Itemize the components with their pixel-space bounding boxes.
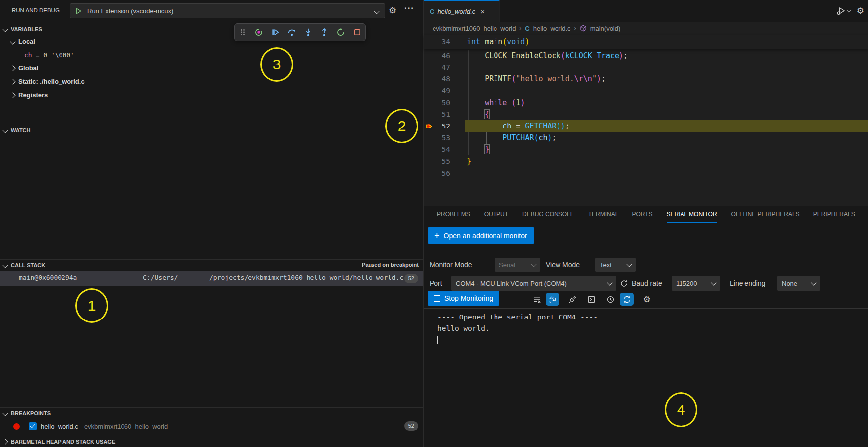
sticky-code-text[interactable]: int main(void) (467, 37, 529, 46)
code-line[interactable]: 52 ch = GETCHAR(); (424, 120, 868, 132)
gutter[interactable] (424, 155, 434, 167)
line-number[interactable]: 46 (434, 52, 450, 60)
panel-tab-serial-monitor[interactable]: SERIAL MONITOR (667, 206, 717, 223)
code-line[interactable]: 55} (424, 155, 868, 167)
code-editor[interactable]: 46 CLOCK_EnableClock(kCLOCK_Trace);4748 … (424, 50, 868, 206)
gutter[interactable] (424, 97, 434, 109)
panel-tab-output[interactable]: OUTPUT (484, 206, 508, 223)
gutter[interactable] (424, 85, 434, 97)
tab-hello-world[interactable]: C hello_world.c × (424, 0, 500, 22)
more-actions-icon[interactable]: ··· (404, 4, 414, 12)
step-out-icon[interactable] (318, 26, 330, 38)
current-line-breakpoint-icon[interactable] (424, 120, 434, 132)
panel-tab-terminal[interactable]: TERMINAL (588, 206, 619, 223)
line-number[interactable]: 48 (434, 75, 450, 83)
code-text[interactable]: PUTCHAR(ch); (467, 133, 557, 142)
breakpoint-checkbox[interactable] (29, 422, 37, 430)
panel-tab-peripherals[interactable]: PERIPHERALS (813, 206, 855, 223)
clear-output-icon[interactable] (530, 293, 544, 306)
gutter[interactable] (424, 73, 434, 85)
line-number[interactable]: 49 (434, 87, 450, 95)
code-text[interactable]: } (467, 157, 471, 166)
stack-frame-row[interactable]: main@0x6000294a C:/Users/ /projects/evkb… (0, 271, 423, 286)
code-text[interactable]: while (1) (467, 98, 525, 107)
stop-monitoring-button[interactable]: Stop Monitoring (428, 291, 499, 306)
gutter[interactable] (424, 50, 434, 62)
code-text[interactable]: { (467, 110, 489, 119)
scope-collapsed[interactable]: Registers (0, 88, 423, 102)
timestamps-clock-icon[interactable] (603, 293, 617, 306)
launch-config-select[interactable]: Run Extension (vscode-mcux) (70, 3, 385, 18)
plug-icon[interactable] (565, 293, 579, 306)
code-line[interactable]: 48 PRINTF("hello world.\r\n"); (424, 73, 868, 85)
gutter[interactable] (424, 167, 434, 179)
code-line[interactable]: 51 { (424, 108, 868, 120)
refresh-ports-icon[interactable] (620, 279, 628, 288)
scope-collapsed[interactable]: Global (0, 62, 423, 75)
breadcrumb-symbol[interactable]: main(void) (590, 25, 620, 32)
code-text[interactable]: ch = GETCHAR(); (467, 122, 570, 130)
watch-section-header[interactable]: WATCH (0, 125, 423, 136)
gutter[interactable] (424, 144, 434, 156)
code-text[interactable]: } (467, 145, 489, 154)
editor-settings-gear-icon[interactable]: ⚙ (857, 6, 864, 16)
panel-tab-ports[interactable]: PORTS (632, 206, 652, 223)
code-line[interactable]: 53 PUTCHAR(ch); (424, 132, 868, 144)
line-ending-select[interactable]: None (777, 276, 820, 291)
reset-icon[interactable] (253, 26, 265, 38)
step-over-icon[interactable] (286, 26, 298, 38)
code-line[interactable]: 46 CLOCK_EnableClock(kCLOCK_Trace); (424, 50, 868, 62)
port-select[interactable]: COM4 - MCU-Link VCom Port (COM4) (451, 276, 616, 291)
restart-icon[interactable] (335, 26, 347, 38)
open-terminal-icon[interactable] (584, 293, 598, 306)
panel-tab-offline-peripherals[interactable]: OFFLINE PERIPHERALS (731, 206, 800, 223)
line-number[interactable]: 47 (434, 64, 450, 71)
code-line[interactable]: 47 (424, 62, 868, 73)
code-text[interactable]: PRINTF("hello world.\r\n"); (467, 74, 606, 83)
word-wrap-icon[interactable]: abc (546, 293, 559, 306)
code-token (467, 98, 485, 107)
code-line[interactable]: 50 while (1) (424, 97, 868, 109)
gutter[interactable] (424, 108, 434, 120)
code-line[interactable]: 54 } (424, 144, 868, 156)
port-label: Port (430, 279, 442, 287)
close-icon[interactable]: × (480, 7, 485, 16)
serial-settings-gear-icon[interactable]: ⚙ (640, 293, 654, 306)
scope-collapsed[interactable]: Static: ./hello_world.c (0, 75, 423, 88)
run-or-debug-button[interactable] (836, 6, 850, 16)
code-line[interactable]: 49 (424, 85, 868, 97)
baremetal-section-header[interactable]: BAREMETAL HEAP AND STACK USAGE (0, 436, 423, 447)
line-number[interactable]: 50 (434, 99, 450, 107)
line-number[interactable]: 55 (434, 157, 450, 165)
open-additional-monitor-button[interactable]: + Open an additional monitor (428, 227, 534, 244)
line-number[interactable]: 56 (434, 169, 450, 177)
code-line[interactable]: 56 (424, 167, 868, 179)
line-number[interactable]: 53 (434, 134, 450, 142)
step-into-icon[interactable] (302, 26, 314, 38)
breadcrumb-project[interactable]: evkbmimxrt1060_hello_world (433, 25, 516, 32)
debug-settings-gear-icon[interactable]: ⚙ (389, 6, 396, 15)
line-number[interactable]: 34 (434, 38, 450, 46)
gutter[interactable] (424, 132, 434, 144)
panel-tab-debug-console[interactable]: DEBUG CONSOLE (522, 206, 574, 223)
start-debugging-icon[interactable] (75, 7, 82, 15)
baud-rate-select[interactable]: 115200 (672, 276, 720, 291)
continue-icon[interactable] (269, 26, 281, 38)
call-stack-section-header[interactable]: CALL STACK Paused on breakpoint (0, 260, 423, 271)
view-mode-select[interactable]: Text (595, 258, 636, 272)
panel-tab-problems[interactable]: PROBLEMS (437, 206, 470, 223)
breadcrumb-file[interactable]: hello_world.c (533, 25, 571, 32)
line-number[interactable]: 51 (434, 110, 450, 118)
serial-output[interactable]: ---- Opened the serial port COM4 ----hel… (437, 312, 863, 344)
stop-icon[interactable] (351, 26, 363, 38)
code-text[interactable]: CLOCK_EnableClock(kCLOCK_Trace); (467, 51, 628, 60)
auto-reconnect-icon[interactable] (620, 293, 634, 306)
breakpoint-row[interactable]: hello_world.c evkbmimxrt1060_hello_world… (0, 419, 423, 434)
drag-handle-icon[interactable] (237, 26, 248, 38)
sticky-scroll-line[interactable]: 34 int main(void) (424, 35, 868, 49)
line-number[interactable]: 52 (434, 122, 450, 130)
breakpoints-section-header[interactable]: BREAKPOINTS (0, 408, 423, 419)
variable-ch[interactable]: ch = 0 '\000' (0, 48, 423, 62)
gutter[interactable] (424, 62, 434, 73)
line-number[interactable]: 54 (434, 145, 450, 153)
